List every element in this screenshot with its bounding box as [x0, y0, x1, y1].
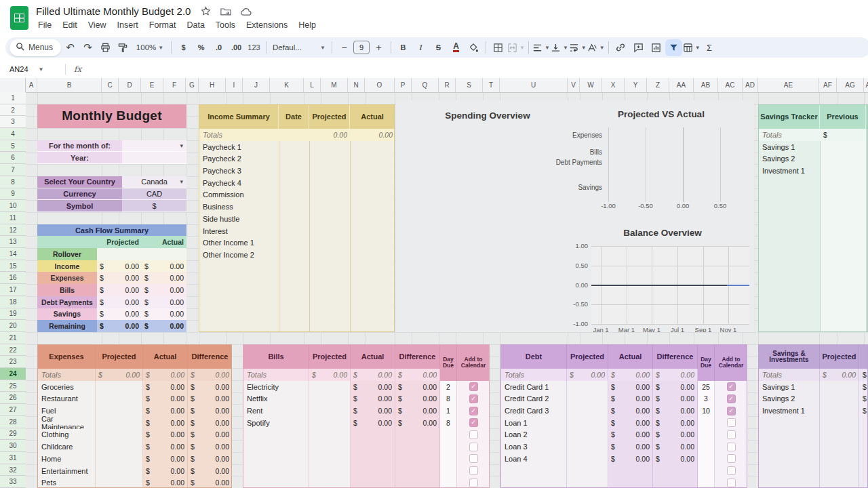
- totals-label-cell[interactable]: Totals: [199, 129, 279, 141]
- column-header[interactable]: O: [365, 78, 395, 92]
- undo-button[interactable]: ↶: [62, 39, 79, 56]
- money-cell[interactable]: $0.00: [142, 272, 186, 284]
- money-cell[interactable]: $0.00: [653, 369, 698, 381]
- money-cell[interactable]: $0.00: [653, 417, 698, 429]
- italic-button[interactable]: I: [412, 39, 429, 56]
- empty-cell[interactable]: [395, 476, 440, 488]
- money-cell[interactable]: $0.00: [395, 392, 440, 405]
- item-name-cell[interactable]: Loan 3: [501, 441, 567, 453]
- decrease-font-size-button[interactable]: −: [336, 39, 353, 56]
- money-cell[interactable]: $0.00: [351, 369, 395, 381]
- country-value[interactable]: CAD: [122, 188, 186, 201]
- empty-cell[interactable]: [97, 248, 142, 260]
- money-cell[interactable]: $0.00: [608, 453, 653, 465]
- merge-cells-button[interactable]: ▼: [507, 39, 525, 56]
- day-due-cell[interactable]: 2: [440, 381, 457, 393]
- column-header[interactable]: AE: [758, 78, 819, 92]
- item-name-cell[interactable]: Groceries: [38, 381, 96, 393]
- header-cell[interactable]: Day Due: [698, 345, 715, 381]
- totals-label-cell[interactable]: Totals: [759, 129, 820, 141]
- header-cell[interactable]: Actual: [351, 345, 395, 369]
- cashflow-title[interactable]: Cash Flow Summary: [37, 224, 186, 237]
- item-name-cell[interactable]: [501, 476, 567, 488]
- money-cell[interactable]: $0.00: [188, 392, 232, 405]
- item-name-cell[interactable]: Credit Card 1: [501, 381, 567, 393]
- header-cell[interactable]: Projected: [96, 345, 143, 369]
- item-projected-cell[interactable]: [567, 441, 608, 453]
- formula-input[interactable]: [81, 60, 868, 78]
- column-header[interactable]: A: [26, 78, 37, 92]
- column-header[interactable]: S: [456, 78, 483, 92]
- item-name-cell[interactable]: Commission: [199, 189, 279, 201]
- day-due-cell[interactable]: [440, 429, 457, 441]
- cashflow-row-label[interactable]: Income: [37, 260, 97, 272]
- borders-button[interactable]: [490, 39, 507, 56]
- money-cell[interactable]: $0.00: [188, 453, 232, 465]
- budget-title-cell[interactable]: Monthly Budget: [37, 104, 186, 128]
- money-cell[interactable]: $0.00: [188, 369, 232, 381]
- column-header[interactable]: AG: [837, 78, 864, 92]
- insert-chart-button[interactable]: [648, 39, 665, 56]
- day-due-cell[interactable]: 25: [698, 381, 715, 393]
- item-next-currency[interactable]: $: [859, 392, 868, 405]
- money-cell[interactable]: $0.00: [97, 284, 142, 296]
- totals-next-currency[interactable]: $: [859, 369, 868, 381]
- item-name-cell[interactable]: Clothing: [38, 429, 96, 441]
- column-header[interactable]: I: [226, 78, 243, 92]
- row-header[interactable]: 8: [0, 176, 26, 188]
- row-header[interactable]: 32: [0, 464, 26, 476]
- item-name-cell[interactable]: Savings 1: [759, 141, 820, 153]
- item-name-cell[interactable]: Home: [38, 453, 96, 465]
- item-projected-cell[interactable]: [567, 381, 608, 393]
- item-projected-cell[interactable]: [96, 441, 143, 453]
- day-due-cell[interactable]: [698, 465, 715, 477]
- money-cell[interactable]: $0.00: [608, 429, 653, 441]
- day-due-cell[interactable]: [440, 441, 457, 453]
- money-cell[interactable]: $0.00: [188, 405, 232, 417]
- totals-label-cell[interactable]: Totals: [38, 369, 96, 381]
- header-cell[interactable]: Add to Calendar: [457, 345, 490, 381]
- row-header[interactable]: 27: [0, 404, 26, 416]
- row-header[interactable]: 23: [0, 356, 26, 368]
- decrease-decimal-button[interactable]: .0: [210, 39, 227, 56]
- header-cell[interactable]: Date: [279, 105, 309, 129]
- functions-button[interactable]: Σ: [701, 39, 718, 56]
- item-name-cell[interactable]: Other Income 2: [199, 249, 279, 261]
- header-cell[interactable]: Actual: [608, 345, 653, 369]
- move-folder-icon[interactable]: [220, 7, 231, 19]
- item-name-cell[interactable]: [243, 441, 309, 453]
- add-to-calendar-checkbox[interactable]: [727, 454, 736, 463]
- item-name-cell[interactable]: Restaurant: [38, 392, 96, 405]
- fill-color-button[interactable]: [465, 39, 482, 56]
- menu-item-format[interactable]: Format: [144, 18, 182, 32]
- menu-item-insert[interactable]: Insert: [112, 18, 144, 32]
- item-name-cell[interactable]: Pets: [38, 476, 96, 488]
- item-name-cell[interactable]: Savings 2: [759, 152, 820, 165]
- row-header[interactable]: 16: [0, 272, 26, 285]
- row-header[interactable]: 21: [0, 332, 26, 344]
- empty-cell[interactable]: [142, 248, 186, 260]
- item-name-cell[interactable]: Interest: [199, 225, 279, 237]
- money-cell[interactable]: $0.00: [188, 381, 232, 393]
- add-to-calendar-checkbox[interactable]: [727, 430, 736, 439]
- item-projected-cell[interactable]: [309, 381, 351, 393]
- item-name-cell[interactable]: Rent: [243, 405, 309, 417]
- money-cell[interactable]: $0.00: [608, 405, 653, 417]
- money-cell[interactable]: $0.00: [608, 441, 653, 453]
- menu-item-file[interactable]: File: [33, 18, 57, 32]
- row-header[interactable]: 18: [0, 296, 26, 308]
- add-to-calendar-checkbox[interactable]: [727, 479, 736, 487]
- row-header[interactable]: 12: [0, 224, 26, 237]
- cashflow-row-label[interactable]: Savings: [37, 308, 97, 321]
- money-cell[interactable]: $0.00: [395, 417, 440, 429]
- row-header[interactable]: 29: [0, 428, 26, 441]
- day-due-cell[interactable]: [698, 453, 715, 465]
- money-cell[interactable]: $0.00: [309, 369, 351, 381]
- money-cell[interactable]: $0.00: [97, 272, 142, 284]
- item-name-cell[interactable]: [501, 465, 567, 477]
- money-cell[interactable]: $0.00: [351, 381, 395, 393]
- item-name-cell[interactable]: Entertainment: [38, 465, 96, 477]
- day-due-cell[interactable]: [698, 417, 715, 429]
- row-header[interactable]: 30: [0, 440, 26, 452]
- sheet-body[interactable]: Monthly BudgetFor the month of:▾Year:Sel…: [0, 92, 868, 488]
